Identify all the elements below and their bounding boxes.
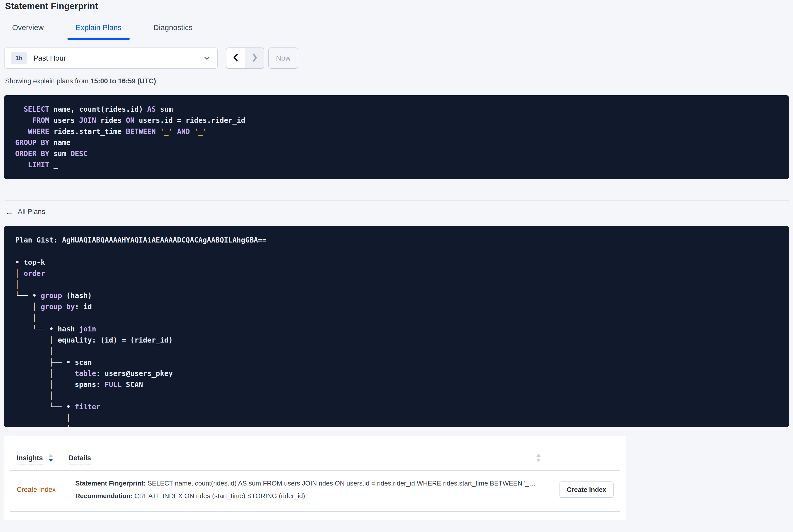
chevron-right-icon [251,53,258,63]
tab-bar: Overview Explain Plans Diagnostics [4,23,789,39]
interval-badge: 1h [11,52,27,64]
tab-explain-plans[interactable]: Explain Plans [68,23,130,39]
previous-time-button[interactable] [226,48,245,68]
recommendation-text: CREATE INDEX ON rides (start_time) STORI… [133,492,307,500]
statement-fingerprint-text: SELECT name, count(rides.id) AS sum FROM… [146,479,536,487]
now-button[interactable]: Now [268,48,298,69]
statement-fingerprint-line: Statement Fingerprint: SELECT name, coun… [75,477,553,490]
subtitle-prefix: Showing explain plans from [5,77,91,85]
chevron-down-icon [203,54,211,62]
plan-gist-panel: Plan Gist: AgHUAQIABQAAAAHYAQIAiAEAAAADC… [4,226,789,427]
column-header-insights[interactable]: Insights [17,454,43,465]
subtitle-range: 15:00 to 16:59 (UTC) [91,77,156,85]
sort-down-arrow-icon [49,459,53,462]
insights-table-row: Create Index Statement Fingerprint: SELE… [10,471,620,512]
next-time-button[interactable] [245,48,264,68]
section-divider [5,200,789,201]
showing-plans-text: Showing explain plans from 15:00 to 16:5… [5,77,789,85]
time-controls: 1h Past Hour Now [4,48,789,69]
insight-details-cell: Statement Fingerprint: SELECT name, coun… [75,477,553,502]
column-header-details[interactable]: Details [69,454,91,465]
statement-fingerprint-label: Statement Fingerprint: [75,479,146,487]
sort-up-arrow-icon [536,454,541,457]
page-title: Statement Fingerprint [5,0,789,11]
sort-icon-insights[interactable] [49,454,53,462]
all-plans-label: All Plans [18,208,45,216]
time-range-select[interactable]: 1h Past Hour [4,48,218,69]
page: Statement Fingerprint Overview Explain P… [0,0,793,520]
chevron-left-icon [232,53,239,63]
insights-table-header: Insights Details [10,436,620,471]
create-index-button[interactable]: Create Index [560,481,613,498]
recommendation-line: Recommendation: CREATE INDEX ON rides (s… [75,490,553,502]
tab-diagnostics[interactable]: Diagnostics [145,23,201,39]
sort-icon-details[interactable] [536,454,541,462]
arrow-left-icon: ← [5,207,14,216]
insights-table-card: Insights Details Create Index Statement … [4,436,626,520]
sql-statement-panel: SELECT name, count(rides.id) AS sum FROM… [4,95,789,179]
time-range-label: Past Hour [33,54,66,62]
time-pager [226,48,264,69]
recommendation-label: Recommendation: [75,492,133,500]
sort-up-arrow-icon [49,454,53,457]
sort-down-arrow-icon [536,459,541,462]
tab-overview[interactable]: Overview [4,23,52,39]
all-plans-link[interactable]: ← All Plans [5,207,45,216]
insight-type-link[interactable]: Create Index [17,486,75,494]
